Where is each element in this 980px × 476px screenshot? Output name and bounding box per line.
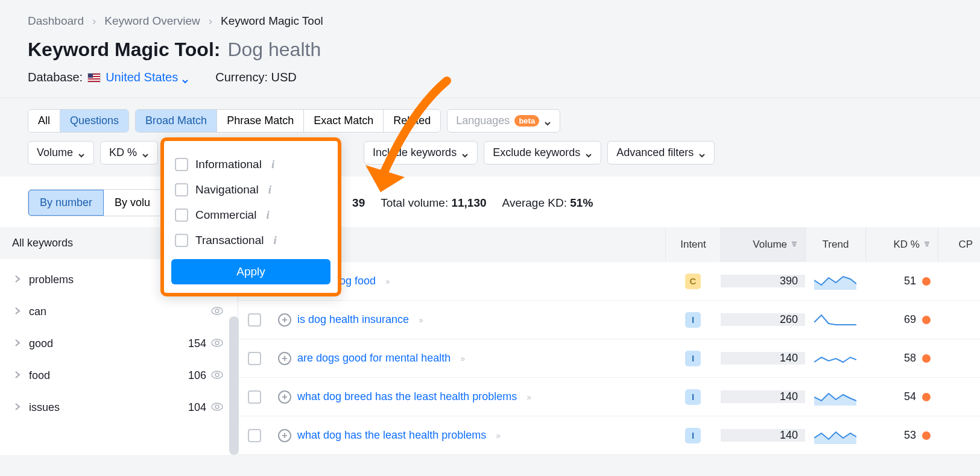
total-volume-value: 11,130 xyxy=(451,196,486,209)
volume-cell: 140 xyxy=(721,429,805,442)
languages-filter[interactable]: Languages beta xyxy=(447,109,560,133)
segment-broad[interactable]: Broad Match xyxy=(136,110,217,132)
database-label: Database: xyxy=(28,70,83,84)
currency-label: Currency: USD xyxy=(215,70,296,84)
segment-related[interactable]: Related xyxy=(384,110,440,132)
advanced-filter-label: Advanced filters xyxy=(616,146,694,159)
trend-sparkline xyxy=(814,273,856,290)
sort-icon xyxy=(791,239,798,251)
svg-point-5 xyxy=(215,341,219,345)
intent-option-commercial[interactable]: Commercial i xyxy=(171,202,330,228)
include-keywords-filter[interactable]: Include keywords xyxy=(364,141,478,164)
row-checkbox[interactable] xyxy=(248,390,261,404)
add-keyword-icon[interactable]: + xyxy=(278,390,291,404)
row-checkbox[interactable] xyxy=(248,352,261,365)
open-arrows-icon[interactable]: ›› xyxy=(419,315,422,325)
open-arrows-icon[interactable]: ›› xyxy=(526,392,530,402)
chevron-down-icon xyxy=(585,149,592,157)
checkbox[interactable] xyxy=(175,183,188,196)
sidebar-item-label: issues xyxy=(29,401,60,414)
keyword-link[interactable]: are dogs good for mental health xyxy=(297,352,450,365)
volume-filter[interactable]: Volume xyxy=(28,141,94,164)
col-intent[interactable]: Intent xyxy=(665,227,721,262)
segment-phrase[interactable]: Phrase Match xyxy=(217,110,304,132)
kd-cell: 69 xyxy=(865,313,938,326)
keyword-link[interactable]: what dog breed has the least health prob… xyxy=(297,390,517,403)
sidebar-item[interactable]: can xyxy=(0,296,238,328)
col-cp[interactable]: CP xyxy=(938,227,980,262)
tab-by-volume[interactable]: By volu xyxy=(104,190,161,216)
info-icon[interactable]: i xyxy=(271,158,274,171)
chevron-right-icon xyxy=(14,305,21,318)
trend-sparkline xyxy=(814,427,856,444)
chevron-down-icon xyxy=(182,74,189,81)
intent-option-label: Informational xyxy=(195,158,262,171)
database-selector[interactable]: United States xyxy=(106,70,189,84)
kd-filter[interactable]: KD % xyxy=(100,141,158,164)
row-checkbox[interactable] xyxy=(248,429,261,442)
open-arrows-icon[interactable]: ›› xyxy=(460,353,464,363)
kd-dot-icon xyxy=(922,277,931,286)
add-keyword-icon[interactable]: + xyxy=(278,352,291,365)
checkbox[interactable] xyxy=(175,158,188,171)
chevron-down-icon xyxy=(142,149,149,157)
question-segment-group: All Questions xyxy=(28,109,129,133)
query-term: Dog health xyxy=(227,39,321,61)
scrollbar[interactable] xyxy=(229,316,239,455)
checkbox[interactable] xyxy=(175,234,188,247)
include-filter-label: Include keywords xyxy=(373,146,457,159)
add-keyword-icon[interactable]: + xyxy=(278,429,291,442)
match-segment-group: Broad Match Phrase Match Exact Match Rel… xyxy=(135,109,441,133)
volume-cell: 140 xyxy=(721,390,805,403)
keyword-table: Intent Volume Trend KD % CP xyxy=(238,227,980,455)
open-arrows-icon[interactable]: ›› xyxy=(385,276,389,286)
apply-button[interactable]: Apply xyxy=(171,259,330,284)
exclude-keywords-filter[interactable]: Exclude keywords xyxy=(484,141,601,164)
table-row: + what dog breed has the least health pr… xyxy=(238,378,980,416)
info-icon[interactable]: i xyxy=(266,208,269,222)
chevron-down-icon xyxy=(461,149,469,157)
intent-option-transactional[interactable]: Transactional i xyxy=(171,228,330,253)
kd-cell: 51 xyxy=(865,275,938,287)
intent-option-informational[interactable]: Informational i xyxy=(171,152,330,177)
segment-exact[interactable]: Exact Match xyxy=(304,110,384,132)
kd-cell: 54 xyxy=(865,390,938,403)
col-volume-label: Volume xyxy=(753,239,787,251)
col-trend[interactable]: Trend xyxy=(805,227,865,262)
all-questions-partial: 39 xyxy=(352,196,365,210)
chevron-down-icon xyxy=(544,117,551,125)
sort-icon xyxy=(923,239,931,251)
add-keyword-icon[interactable]: + xyxy=(278,313,291,327)
keyword-link[interactable]: what dog has the least health problems xyxy=(297,429,486,442)
intent-option-navigational[interactable]: Navigational i xyxy=(171,177,330,202)
advanced-filters[interactable]: Advanced filters xyxy=(607,141,715,164)
average-kd: Average KD: 51% xyxy=(502,196,593,210)
intent-badge: I xyxy=(685,428,701,443)
col-volume[interactable]: Volume xyxy=(721,227,805,262)
sidebar-item[interactable]: issues 104 xyxy=(0,392,238,424)
table-row: + a good dog food ›› C 390 51 xyxy=(238,262,980,301)
info-icon[interactable]: i xyxy=(268,183,271,196)
segment-questions[interactable]: Questions xyxy=(60,110,128,132)
svg-point-3 xyxy=(215,309,219,313)
col-kd[interactable]: KD % xyxy=(865,227,938,262)
eye-icon xyxy=(211,305,223,318)
sidebar-item[interactable]: good 154 xyxy=(0,328,238,360)
chevron-right-icon xyxy=(14,401,21,414)
page-title: Keyword Magic Tool: xyxy=(28,39,220,61)
trend-sparkline xyxy=(814,389,856,406)
keyword-link[interactable]: is dog health insurance xyxy=(297,313,409,326)
kd-cell: 58 xyxy=(865,352,938,365)
breadcrumb-overview[interactable]: Keyword Overview xyxy=(104,14,200,28)
tab-by-number[interactable]: By number xyxy=(28,189,104,216)
segment-all[interactable]: All xyxy=(28,110,60,132)
average-kd-label: Average KD: xyxy=(502,196,567,209)
info-icon[interactable]: i xyxy=(273,234,276,247)
chevron-right-icon: › xyxy=(209,14,212,28)
languages-label: Languages xyxy=(456,114,510,127)
row-checkbox[interactable] xyxy=(248,313,261,327)
checkbox[interactable] xyxy=(175,208,188,222)
sidebar-item[interactable]: food 106 xyxy=(0,360,238,392)
breadcrumb-dashboard[interactable]: Dashboard xyxy=(28,14,84,28)
open-arrows-icon[interactable]: ›› xyxy=(496,430,499,440)
